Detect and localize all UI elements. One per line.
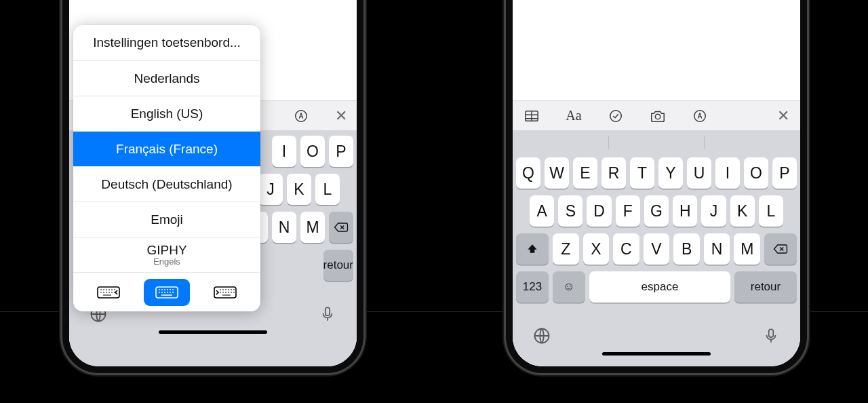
key-p[interactable]: P [772, 157, 797, 189]
language-item-deutsch[interactable]: Deutsch (Deutschland) [73, 166, 260, 202]
key-d[interactable]: D [587, 195, 611, 227]
svg-point-7 [610, 110, 622, 121]
camera-icon[interactable] [650, 108, 666, 124]
suggestion-bar [513, 130, 800, 155]
key-o[interactable]: O [300, 136, 325, 167]
home-indicator [159, 330, 267, 334]
language-item-giphy[interactable]: GIPHY Engels [73, 237, 260, 272]
suggestion-slot[interactable] [705, 130, 800, 155]
keyboard-settings-label: Instellingen toetsenbord... [93, 35, 241, 50]
language-item-francais[interactable]: Français (France) [73, 131, 260, 166]
phone-left: ✕ Q W E R T Y U I O P A S D F G H [62, 0, 363, 373]
keyboard-language-popup: Instellingen toetsenbord... Nederlands E… [73, 25, 260, 311]
keyboard-row-2: A S D F G H J K L [516, 195, 797, 227]
dismiss-toolbar-icon[interactable]: ✕ [777, 107, 789, 125]
svg-rect-11 [769, 329, 774, 337]
checkmark-circle-icon[interactable] [608, 108, 624, 124]
key-h[interactable]: H [673, 195, 697, 227]
key-l[interactable]: L [759, 195, 783, 227]
key-f[interactable]: F [616, 195, 640, 227]
key-i[interactable]: I [272, 136, 296, 167]
keyboard: Q W E R T Y U I O P A S D F G H J K L [513, 130, 800, 366]
language-item-english[interactable]: English (US) [73, 96, 260, 131]
shift-key[interactable] [516, 233, 549, 265]
content-area [513, 0, 800, 100]
key-r[interactable]: R [601, 157, 626, 189]
keyboard-settings-item[interactable]: Instellingen toetsenbord... [73, 25, 260, 60]
key-l[interactable]: L [315, 174, 340, 205]
key-w[interactable]: W [545, 157, 569, 189]
key-i[interactable]: I [715, 157, 740, 189]
key-t[interactable]: T [630, 157, 654, 189]
key-m[interactable]: M [734, 233, 760, 265]
svg-point-0 [296, 110, 307, 121]
return-key[interactable]: retour [734, 271, 797, 303]
key-z[interactable]: Z [553, 233, 579, 265]
suggestion-slot[interactable] [609, 130, 705, 155]
key-v[interactable]: V [644, 233, 670, 265]
key-g[interactable]: G [644, 195, 669, 227]
globe-icon[interactable] [532, 326, 552, 346]
key-q[interactable]: Q [516, 157, 540, 189]
key-a[interactable]: A [530, 195, 554, 227]
key-c[interactable]: C [613, 233, 639, 265]
svg-point-8 [655, 114, 660, 119]
key-m[interactable]: M [300, 212, 325, 243]
key-p[interactable]: P [329, 136, 353, 167]
phone-right: Aa ✕ Q W E [506, 0, 807, 373]
key-s[interactable]: S [558, 195, 583, 227]
backspace-key[interactable] [764, 233, 797, 265]
key-e[interactable]: E [573, 157, 597, 189]
numbers-key[interactable]: 123 [516, 271, 549, 303]
key-n[interactable]: N [704, 233, 730, 265]
key-y[interactable]: Y [658, 157, 683, 189]
keyboard-dock [513, 313, 800, 361]
microphone-icon[interactable] [317, 304, 338, 324]
table-icon[interactable] [524, 108, 540, 124]
keyboard-dock-right-icon[interactable] [202, 279, 248, 306]
key-u[interactable]: U [687, 157, 711, 189]
return-key[interactable]: retour [323, 250, 353, 281]
key-b[interactable]: B [673, 233, 700, 265]
keyboard-toolbar: Aa ✕ [513, 100, 800, 130]
svg-point-9 [694, 110, 706, 121]
language-item-emoji[interactable]: Emoji [73, 202, 260, 237]
handwriting-icon[interactable] [692, 108, 708, 124]
language-item-nederlands[interactable]: Nederlands [73, 60, 260, 96]
text-format-icon[interactable]: Aa [566, 108, 582, 124]
microphone-icon[interactable] [761, 326, 781, 346]
key-j[interactable]: J [258, 174, 283, 205]
key-o[interactable]: O [744, 157, 768, 189]
key-j[interactable]: J [701, 195, 726, 227]
keyboard-dock-left-icon[interactable] [85, 279, 132, 306]
keyboard-mode-row [73, 272, 260, 311]
backspace-key[interactable] [329, 212, 353, 243]
home-indicator [602, 352, 711, 356]
svg-rect-2 [326, 307, 330, 315]
dismiss-toolbar-icon[interactable]: ✕ [335, 107, 347, 125]
suggestion-slot[interactable] [513, 130, 608, 155]
key-k[interactable]: K [730, 195, 755, 227]
key-k[interactable]: K [287, 174, 311, 205]
space-key[interactable]: espace [589, 271, 730, 303]
key-n[interactable]: N [272, 212, 296, 243]
keyboard-row-3: Z X C V B N M [516, 233, 797, 265]
keyboard-row-bottom: 123 ☺ espace retour [516, 271, 797, 303]
emoji-key[interactable]: ☺ [553, 271, 585, 303]
key-x[interactable]: X [583, 233, 610, 265]
handwriting-icon[interactable] [293, 108, 309, 124]
keyboard-dock-center-icon[interactable] [144, 279, 190, 306]
keyboard-row-1: Q W E R T Y U I O P [516, 157, 797, 189]
